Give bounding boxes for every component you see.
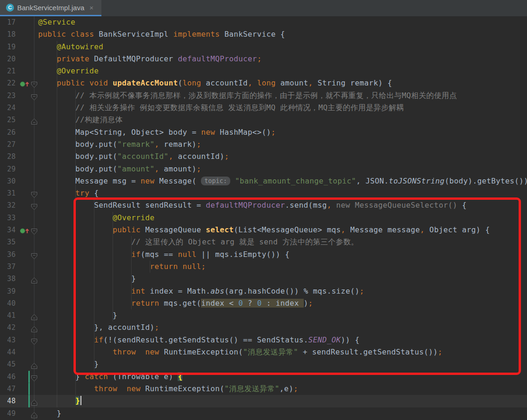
gutter[interactable]: 39 [0,285,38,297]
code-line[interactable]: 32 SendResult sendResult = defaultMQProd… [0,199,527,211]
line-number[interactable]: 43 [0,334,16,346]
gutter[interactable]: 35 [0,236,38,248]
gutter[interactable]: 42 [0,322,38,334]
line-number[interactable]: 39 [0,285,16,297]
line-number[interactable]: 32 [0,199,16,211]
code-line[interactable]: 23 // 本示例就不像事务消息那样，涉及到数据库方面的操作，由于是示例，就不再… [0,90,527,102]
gutter[interactable]: 29 [0,163,38,175]
line-number[interactable]: 33 [0,212,16,224]
line-number[interactable]: 17 [0,16,16,28]
code-line[interactable]: 30 Message msg = new Message( topic: "ba… [0,175,527,187]
vcs-change-bar[interactable] [28,371,30,383]
code-line[interactable]: 47 throw new RuntimeException("消息发送异常",e… [0,383,527,395]
gutter[interactable]: 20 [0,53,38,65]
line-number[interactable]: 41 [0,309,16,322]
gutter[interactable]: 26 [0,126,38,138]
gutter[interactable]: 48 [0,395,38,407]
code-line[interactable]: 33 @Override [0,212,527,224]
code-line[interactable]: 24 // 相关业务操作 例如变更数据库余额信息 发送消息到MQ 此种情况，MQ… [0,102,527,114]
gutter[interactable]: 49 [0,407,38,420]
line-number[interactable]: 31 [0,187,16,199]
line-number[interactable]: 26 [0,126,16,138]
gutter[interactable]: 46 [0,371,38,383]
line-number[interactable]: 35 [0,236,16,248]
fold-up-icon[interactable] [31,410,38,420]
gutter[interactable]: 34 [0,224,38,236]
code-line[interactable]: 41 } [0,309,527,322]
line-number[interactable]: 45 [0,358,16,370]
code-line[interactable]: 46 } catch (Throwable e) { [0,371,527,383]
line-number[interactable]: 20 [0,53,16,65]
line-number[interactable]: 19 [0,41,16,53]
vcs-change-bar[interactable] [28,395,30,407]
code-line[interactable]: 25 //构建消息体 [0,114,527,126]
gutter[interactable]: 30 [0,175,38,187]
gutter[interactable]: 33 [0,212,38,224]
code-line[interactable]: 31 try { [0,187,527,199]
code-line[interactable]: 42 }, accountId); [0,322,527,334]
gutter[interactable]: 18 [0,28,38,40]
gutter[interactable]: 23 [0,90,38,102]
line-number[interactable]: 22 [0,77,16,89]
line-number[interactable]: 48 [0,395,16,407]
line-number[interactable]: 27 [0,138,16,151]
code-line[interactable]: 48 } [0,395,527,407]
code-line[interactable]: 36 if(mqs == null || mqs.isEmpty()) { [0,249,527,261]
code-line[interactable]: 21 @Override [0,65,527,77]
code-line[interactable]: 29 body.put("amount", amount); [0,163,527,175]
line-number[interactable]: 24 [0,102,16,114]
line-number[interactable]: 46 [0,371,16,383]
gutter[interactable]: 41 [0,309,38,322]
gutter[interactable]: 17 [0,16,38,28]
code-editor[interactable]: 17@Service18public class BankServiceImpl… [0,16,527,420]
code-line[interactable]: 17@Service [0,16,527,28]
gutter[interactable]: 25 [0,114,38,126]
code-line[interactable]: 27 body.put("remark", remark); [0,138,527,151]
gutter[interactable]: 36 [0,249,38,261]
gutter[interactable]: 44 [0,346,38,358]
line-number[interactable]: 36 [0,249,16,261]
code-line[interactable]: 20 private DefaultMQProducer defaultMQPr… [0,53,527,65]
code-line[interactable]: 45 } [0,358,527,370]
code-line[interactable]: 37 return null; [0,261,527,273]
gutter[interactable]: 45 [0,358,38,370]
line-number[interactable]: 25 [0,114,16,126]
gutter[interactable]: 32 [0,199,38,211]
code-line[interactable]: 26 Map<String, Object> body = new HashMa… [0,126,527,138]
gutter[interactable]: 24 [0,102,38,114]
line-number[interactable]: 21 [0,65,16,77]
line-number[interactable]: 34 [0,224,16,236]
code-line[interactable]: 18public class BankServiceImpl implement… [0,28,527,40]
gutter[interactable]: 27 [0,138,38,151]
gutter[interactable]: 31 [0,187,38,199]
code-line[interactable]: 43 if(!(sendResult.getSendStatus() == Se… [0,334,527,346]
gutter[interactable]: 21 [0,65,38,77]
code-line[interactable]: 34 public MessageQueue select(List<Messa… [0,224,527,236]
code-line[interactable]: 35 // 这里传入的 Object arg 就是 send 方法中的第三个参数… [0,236,527,248]
line-number[interactable]: 42 [0,322,16,334]
line-number[interactable]: 37 [0,261,16,273]
gutter[interactable]: 38 [0,273,38,285]
code-line[interactable]: 39 int index = Math.abs(arg.hashCode()) … [0,285,527,297]
line-number[interactable]: 47 [0,383,16,395]
code-line[interactable]: 44 throw new RuntimeException("消息发送异常" +… [0,346,527,358]
line-number[interactable]: 38 [0,273,16,285]
gutter[interactable]: 22 [0,77,38,89]
code-line[interactable]: 38 } [0,273,527,285]
tab-close-icon[interactable]: × [89,4,93,12]
code-line[interactable]: 19 @Autowired [0,41,527,53]
line-number[interactable]: 49 [0,407,16,420]
line-number[interactable]: 23 [0,90,16,102]
line-number[interactable]: 18 [0,28,16,40]
line-number[interactable]: 40 [0,297,16,309]
code-line[interactable]: 28 body.put("accountId", accountId); [0,151,527,163]
line-number[interactable]: 30 [0,175,16,187]
line-number[interactable]: 44 [0,346,16,358]
gutter[interactable]: 47 [0,383,38,395]
code-line[interactable]: 22 public void updateAccMount(long accou… [0,77,527,89]
gutter[interactable]: 40 [0,297,38,309]
gutter[interactable]: 43 [0,334,38,346]
line-number[interactable]: 29 [0,163,16,175]
vcs-change-bar[interactable] [28,383,30,395]
tab-bankserviceimpl[interactable]: C BankServiceImpl.java × [0,0,101,15]
